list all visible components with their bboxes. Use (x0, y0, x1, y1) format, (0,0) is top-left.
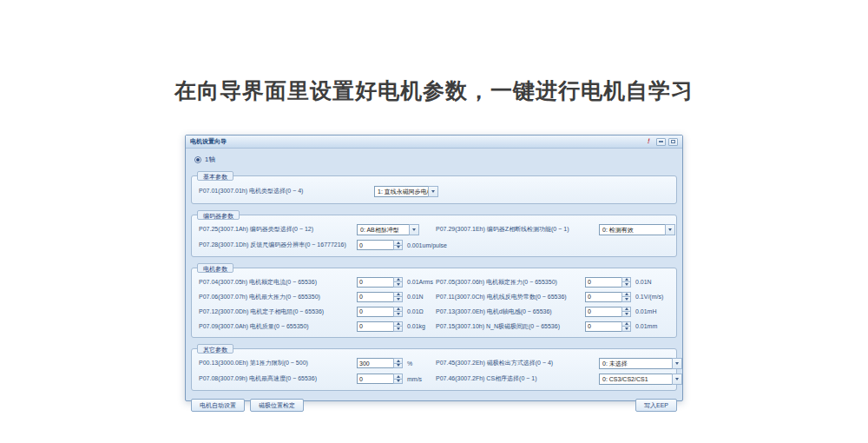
param-row: P07.25(3007.1Ah) 编码器类型选择(0 ~ 12) 0: AB相脉… (199, 222, 669, 237)
param-label: P07.46(3007.2Fh) CS相序选择(0 ~ 1) (436, 374, 585, 383)
alert-icon: ! (647, 138, 650, 145)
dropdown-value: 0: CS3/CS2/CS1 (599, 374, 672, 385)
stator-resistance-input (357, 307, 403, 317)
param-row: P07.08(3007.09h) 电机最高速度(0 ~ 65536) mm/s … (199, 371, 669, 387)
param-label: P07.45(3007.2Eh) 磁极检出方式选择(0 ~ 4) (436, 359, 585, 367)
motor-auto-setup-button[interactable]: 电机自动设置 (191, 399, 245, 412)
param-row: P07.12(3007.0Dh) 电机定子相电阻(0 ~ 65536) 0.01… (199, 304, 669, 319)
motor-type-dropdown[interactable]: 1: 直线永磁同步电机 (374, 186, 438, 197)
unit-label: mm/s (407, 376, 422, 382)
rated-current-input (357, 277, 403, 288)
numeric-field[interactable] (357, 277, 393, 288)
group-encoder-legend: 编码器参数 (197, 210, 240, 220)
chevron-down-icon[interactable] (672, 374, 682, 385)
numeric-field[interactable] (357, 307, 393, 317)
max-thrust-input (357, 292, 403, 302)
chevron-down-icon[interactable] (672, 358, 682, 369)
unit-label: 0.01mH (635, 308, 657, 314)
axis-selector-row: 1轴 (191, 155, 677, 165)
motor-mass-input (357, 321, 403, 332)
param-row: P07.09(3007.0Ah) 电机质量(0 ~ 655350) 0.01kg… (199, 319, 669, 334)
param-row: P07.06(3007.07h) 电机最大推力(0 ~ 655350) 0.01… (199, 289, 669, 304)
param-label: P00.13(3000.0Eh) 第1推力限制(0 ~ 500) (199, 359, 357, 367)
unit-label: 0.01kg (407, 323, 425, 329)
param-label: P07.01(3007.01h) 电机类型选择(0 ~ 4) (199, 187, 357, 195)
minimize-button[interactable] (656, 138, 666, 146)
unit-label: 0.01mm (635, 323, 657, 329)
numeric-field[interactable] (585, 321, 621, 332)
param-label: P07.12(3007.0Dh) 电机定子相电阻(0 ~ 65536) (199, 307, 357, 316)
group-other-legend: 其它参数 (197, 344, 233, 354)
numeric-field[interactable] (585, 292, 621, 302)
spinner-down-icon[interactable] (393, 364, 403, 369)
pole-detect-mode-dropdown[interactable]: 0: 未选择 (599, 358, 682, 369)
param-label: P07.29(3007.1Eh) 编码器Z相断线检测功能(0 ~ 1) (436, 225, 585, 234)
param-row: P00.13(3000.0Eh) 第1推力限制(0 ~ 500) % P07.4… (199, 355, 669, 371)
encoder-type-dropdown[interactable]: 0: AB相脉冲型 (357, 224, 419, 235)
spinner-down-icon[interactable] (621, 282, 631, 288)
param-label: P07.13(3007.0Eh) 电机d轴电感(0 ~ 65536) (436, 307, 585, 316)
spinner-down-icon[interactable] (393, 246, 403, 251)
max-speed-input (357, 374, 403, 384)
param-label: P07.09(3007.0Ah) 电机质量(0 ~ 655350) (199, 322, 357, 331)
group-basic-legend: 基本参数 (197, 171, 233, 181)
dialog-body: 1轴 基本参数 P07.01(3007.01h) 电机类型选择(0 ~ 4) 1… (186, 155, 682, 412)
param-row: P07.04(3007.05h) 电机额定电流(0 ~ 65536) 0.01A… (199, 274, 669, 289)
minimize-icon (659, 141, 663, 142)
unit-label: 0.01N (407, 294, 424, 300)
numeric-field[interactable] (357, 292, 393, 302)
spinner-down-icon[interactable] (621, 297, 631, 302)
numeric-field[interactable] (357, 240, 393, 250)
numeric-field[interactable] (585, 307, 621, 317)
pole-pitch-input (585, 321, 631, 332)
param-row: P07.28(3007.1Dh) 反馈尺编码器分辨率(0 ~ 16777216)… (199, 237, 669, 253)
spinner-down-icon[interactable] (393, 312, 403, 317)
spinner-down-icon[interactable] (393, 297, 403, 302)
cs-phase-dropdown[interactable]: 0: CS3/CS2/CS1 (599, 374, 682, 385)
dialog-title: 电机设置向导 (190, 137, 648, 146)
param-label: P07.05(3007.06h) 电机额定推力(0 ~ 655350) (436, 278, 585, 287)
param-label: P07.28(3007.1Dh) 反馈尺编码器分辨率(0 ~ 16777216) (199, 241, 357, 249)
param-label: P07.15(3007.10h) N_N极磁极间距(0 ~ 65536) (436, 322, 585, 331)
group-motor-params: 电机参数 P07.04(3007.05h) 电机额定电流(0 ~ 65536) … (191, 268, 677, 338)
numeric-field[interactable] (357, 358, 393, 368)
back-emf-input (585, 292, 631, 302)
dropdown-value: 0: 未选择 (599, 358, 672, 369)
maximize-button[interactable] (668, 138, 678, 146)
unit-label: % (407, 360, 412, 367)
encoder-resolution-input (357, 240, 403, 250)
spinner-down-icon[interactable] (621, 327, 631, 332)
unit-label: 0.01N (635, 279, 652, 285)
dropdown-value: 1: 直线永磁同步电机 (374, 186, 428, 197)
write-eep-button[interactable]: 写入EEP (635, 399, 677, 412)
group-basic-params: 基本参数 P07.01(3007.01h) 电机类型选择(0 ~ 4) 1: 直… (191, 175, 677, 204)
param-label: P07.25(3007.1Ah) 编码器类型选择(0 ~ 12) (199, 225, 357, 234)
dropdown-value: 0: AB相脉冲型 (357, 224, 409, 235)
page: 在向导界面里设置好电机参数，一键进行电机自学习 电机设置向导 ! 1轴 基本参数… (0, 0, 868, 443)
dialog-footer: 电机自动设置 磁极位置检定 写入EEP (191, 399, 677, 412)
numeric-field[interactable] (357, 321, 393, 332)
unit-label: 0.1V/(m/s) (635, 294, 663, 300)
spinner-down-icon[interactable] (393, 282, 403, 288)
chevron-down-icon[interactable] (428, 186, 438, 197)
maximize-icon (671, 140, 675, 143)
numeric-field[interactable] (585, 277, 621, 288)
spinner-down-icon[interactable] (393, 327, 403, 332)
axis-radio-label: 1轴 (205, 155, 215, 164)
param-label: P07.11(3007.0Ch) 电机线反电势常数(0 ~ 65536) (436, 293, 585, 301)
window-controls: ! (648, 138, 678, 146)
param-label: P07.04(3007.05h) 电机额定电流(0 ~ 65536) (199, 278, 357, 287)
spinner-down-icon[interactable] (393, 380, 403, 385)
dialog-titlebar[interactable]: 电机设置向导 ! (186, 136, 682, 149)
unit-label: 0.01Arms (407, 279, 433, 285)
encoder-zline-dropdown[interactable]: 0: 检测有效 (599, 224, 675, 235)
axis-radio[interactable] (194, 156, 201, 163)
group-other-params: 其它参数 P00.13(3000.0Eh) 第1推力限制(0 ~ 500) % … (191, 348, 677, 391)
param-label: P07.08(3007.09h) 电机最高速度(0 ~ 65536) (199, 374, 357, 383)
chevron-down-icon[interactable] (665, 224, 675, 235)
pole-position-detect-button[interactable]: 磁极位置检定 (250, 399, 304, 412)
param-label: P07.06(3007.07h) 电机最大推力(0 ~ 655350) (199, 293, 357, 301)
chevron-down-icon[interactable] (409, 224, 419, 235)
spinner-down-icon[interactable] (621, 312, 631, 317)
numeric-field[interactable] (357, 374, 393, 384)
